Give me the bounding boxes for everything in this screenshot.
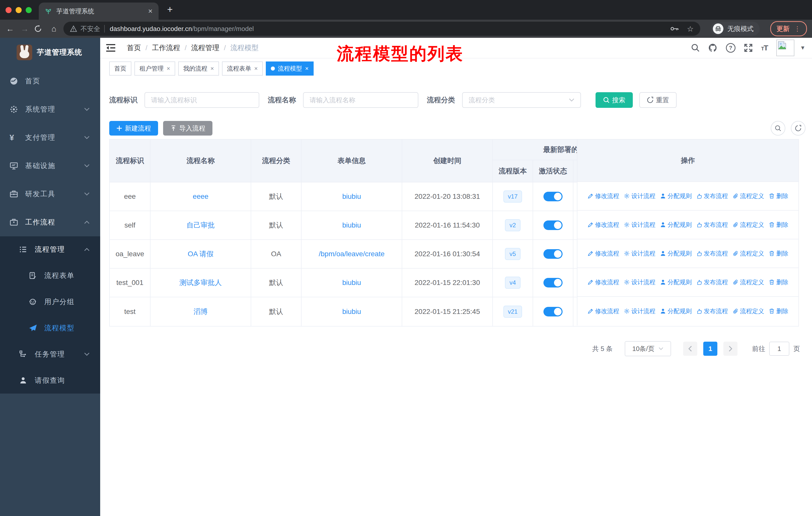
- design-process-action[interactable]: 设计流程: [624, 221, 656, 229]
- browser-menu-icon[interactable]: ⋮: [794, 25, 801, 33]
- process-name-link[interactable]: 滔博: [194, 307, 208, 317]
- browser-tab[interactable]: 芋道管理系统 ×: [39, 2, 158, 20]
- close-window-button[interactable]: [5, 7, 11, 13]
- active-toggle[interactable]: [544, 307, 562, 317]
- prev-page-button[interactable]: [683, 342, 697, 356]
- design-process-action[interactable]: 设计流程: [624, 249, 656, 257]
- avatar[interactable]: [776, 39, 794, 56]
- forward-button[interactable]: →: [20, 24, 30, 33]
- edit-process-action[interactable]: 修改流程: [587, 249, 619, 257]
- sidebar-item-process-mgmt[interactable]: 流程管理: [0, 236, 100, 263]
- github-icon[interactable]: [708, 43, 717, 52]
- address-bar[interactable]: 不安全 dashboard.yudao.iocoder.cn /bpm/mana…: [63, 22, 700, 36]
- breadcrumb-process-mgmt[interactable]: 流程管理: [191, 43, 220, 53]
- refresh-table-button[interactable]: [791, 121, 806, 136]
- publish-process-action[interactable]: 发布流程: [696, 192, 728, 200]
- publish-process-action[interactable]: 发布流程: [696, 221, 728, 229]
- next-page-button[interactable]: [723, 342, 737, 356]
- design-process-action[interactable]: 设计流程: [624, 307, 656, 315]
- sidebar-item-process-model[interactable]: 流程模型: [0, 315, 100, 341]
- tag-process-model[interactable]: 流程模型×: [266, 61, 314, 76]
- fullscreen-icon[interactable]: [744, 44, 753, 52]
- form-info-link[interactable]: biubiu: [342, 308, 361, 316]
- close-tag-icon[interactable]: ×: [167, 65, 170, 72]
- close-tag-icon[interactable]: ×: [305, 65, 309, 72]
- process-key-input[interactable]: [144, 92, 259, 108]
- page-1-button[interactable]: 1: [703, 342, 717, 356]
- form-info-link[interactable]: biubiu: [342, 192, 361, 200]
- assign-rule-action[interactable]: 分配规则: [660, 249, 692, 257]
- publish-process-action[interactable]: 发布流程: [696, 307, 728, 315]
- active-toggle[interactable]: [544, 249, 562, 259]
- password-key-icon[interactable]: [670, 26, 679, 31]
- new-tab-button[interactable]: +: [167, 4, 173, 15]
- form-info-link[interactable]: /bpm/oa/leave/create: [319, 250, 385, 258]
- form-info-link[interactable]: biubiu: [342, 279, 361, 287]
- breadcrumb-home[interactable]: 首页: [127, 43, 141, 53]
- sidebar-item-devtools[interactable]: 研发工具: [0, 180, 100, 208]
- create-process-button[interactable]: 新建流程: [109, 121, 158, 136]
- browser-update-button[interactable]: 更新 ⋮: [770, 21, 807, 36]
- reload-button[interactable]: [34, 25, 44, 32]
- sidebar-item-leave-query[interactable]: 请假查询: [0, 368, 100, 393]
- minimize-window-button[interactable]: [16, 7, 22, 13]
- update-label[interactable]: 更新: [777, 24, 790, 33]
- edit-process-action[interactable]: 修改流程: [587, 278, 619, 286]
- font-size-icon[interactable]: TT: [761, 44, 768, 52]
- publish-process-action[interactable]: 发布流程: [696, 249, 728, 257]
- tag-my-process[interactable]: 我的流程×: [178, 61, 219, 76]
- process-definition-action[interactable]: 流程定义: [732, 192, 764, 200]
- sidebar-logo[interactable]: 芋道管理系统: [0, 38, 100, 67]
- process-name-input[interactable]: [303, 92, 418, 108]
- breadcrumb-workflow[interactable]: 工作流程: [152, 43, 180, 53]
- security-label[interactable]: 不安全: [81, 24, 100, 33]
- process-name-link[interactable]: 自己审批: [186, 220, 215, 230]
- publish-process-action[interactable]: 发布流程: [696, 278, 728, 286]
- design-process-action[interactable]: 设计流程: [624, 278, 656, 286]
- assign-rule-action[interactable]: 分配规则: [660, 307, 692, 315]
- design-process-action[interactable]: 设计流程: [624, 192, 656, 200]
- delete-action[interactable]: 删除: [769, 192, 788, 200]
- sidebar-item-infra[interactable]: 基础设施: [0, 152, 100, 180]
- reset-button[interactable]: 重置: [639, 92, 676, 108]
- active-toggle[interactable]: [544, 278, 562, 288]
- process-name-link[interactable]: eeee: [193, 192, 208, 200]
- category-select[interactable]: 流程分类: [462, 92, 581, 108]
- process-name-link[interactable]: 测试多审批人: [179, 278, 222, 288]
- active-toggle[interactable]: [544, 192, 562, 201]
- form-info-link[interactable]: biubiu: [342, 221, 361, 229]
- delete-action[interactable]: 删除: [769, 249, 788, 257]
- delete-action[interactable]: 删除: [769, 278, 788, 286]
- avatar-caret-icon[interactable]: ▼: [800, 45, 806, 51]
- edit-process-action[interactable]: 修改流程: [587, 221, 619, 229]
- version-badge[interactable]: v17: [503, 190, 522, 202]
- close-tag-icon[interactable]: ×: [254, 65, 258, 72]
- close-tab-icon[interactable]: ×: [148, 7, 152, 15]
- goto-page-input[interactable]: [769, 342, 789, 356]
- edit-process-action[interactable]: 修改流程: [587, 307, 619, 315]
- process-definition-action[interactable]: 流程定义: [732, 221, 764, 229]
- sidebar-item-system[interactable]: 系统管理: [0, 95, 100, 124]
- import-process-button[interactable]: 导入流程: [163, 121, 212, 136]
- delete-action[interactable]: 删除: [769, 221, 788, 229]
- tag-process-form[interactable]: 流程表单×: [222, 61, 263, 76]
- version-badge[interactable]: v2: [505, 219, 520, 231]
- close-tag-icon[interactable]: ×: [210, 65, 214, 72]
- process-name-link[interactable]: OA 请假: [188, 249, 214, 259]
- process-definition-action[interactable]: 流程定义: [732, 307, 764, 315]
- tag-tenant[interactable]: 租户管理×: [135, 61, 175, 76]
- collapse-sidebar-icon[interactable]: [106, 44, 116, 52]
- edit-process-action[interactable]: 修改流程: [587, 192, 619, 200]
- active-toggle[interactable]: [544, 220, 562, 230]
- window-controls[interactable]: [5, 7, 32, 13]
- assign-rule-action[interactable]: 分配规则: [660, 278, 692, 286]
- version-badge[interactable]: v5: [505, 248, 520, 260]
- delete-action[interactable]: 删除: [769, 307, 788, 315]
- zoom-window-button[interactable]: [26, 7, 32, 13]
- bookmark-star-icon[interactable]: ☆: [687, 24, 694, 33]
- toggle-search-button[interactable]: [771, 121, 785, 136]
- sidebar-item-home[interactable]: 首页: [0, 67, 100, 95]
- search-button[interactable]: 搜索: [596, 92, 633, 108]
- assign-rule-action[interactable]: 分配规则: [660, 192, 692, 200]
- sidebar-item-process-form[interactable]: 流程表单: [0, 263, 100, 289]
